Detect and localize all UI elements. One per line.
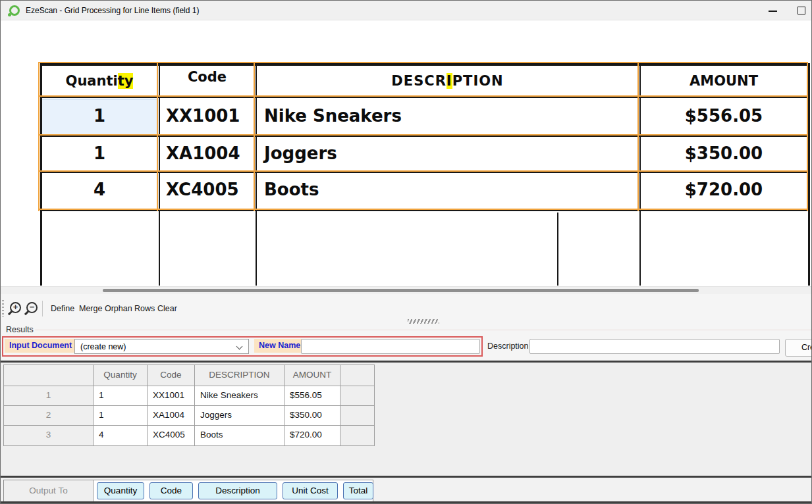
- scan-header-quantity: Quantity: [40, 73, 159, 89]
- zoom-out-icon[interactable]: −: [26, 302, 38, 313]
- pane-separator: [1, 476, 811, 478]
- grid-column-amount[interactable]: AMOUNT: [284, 365, 340, 386]
- output-button-code[interactable]: Code: [149, 482, 193, 499]
- minus-glyph: −: [28, 303, 36, 311]
- input-document-label: Input Document: [5, 339, 76, 353]
- grid-cell-amount[interactable]: $350.00: [284, 406, 340, 426]
- grid-column-code[interactable]: Code: [148, 365, 195, 386]
- toolbar-item-clear[interactable]: Clear: [157, 304, 177, 313]
- grid-column-description[interactable]: DESCRIPTION: [195, 365, 284, 386]
- titlebar: EzeScan - Grid Processing for Line Items…: [1, 1, 811, 20]
- plus-glyph: +: [11, 303, 20, 311]
- output-buttons: Quantity Code Description Unit Cost Tota…: [94, 482, 373, 499]
- results-group-label: Results: [6, 325, 34, 334]
- scan-header-description: DESCRIPTION: [256, 73, 639, 89]
- zone-overlay-line: [38, 134, 808, 136]
- scan-cell-qty: 1: [40, 106, 159, 126]
- grid-row-number[interactable]: 2: [4, 406, 94, 426]
- grid-cell-code[interactable]: XA1004: [148, 406, 195, 426]
- chevron-down-icon: [236, 343, 243, 350]
- scan-header-code: Code: [159, 69, 256, 85]
- grid-cell-desc[interactable]: Nike Sneakers: [195, 386, 284, 406]
- grid-cell-qty[interactable]: 1: [94, 386, 148, 406]
- zoom-in-icon[interactable]: +: [10, 302, 21, 313]
- pane-separator: [1, 361, 811, 363]
- scan-header-description-text: DESCR: [391, 73, 446, 89]
- scan-cell-code: XA1004: [166, 143, 240, 163]
- scan-cell-code: XC4005: [166, 180, 239, 199]
- scan-cell-desc: Joggers: [264, 143, 337, 163]
- scan-table-gridline: [40, 136, 810, 137]
- scan-table-gridline: [40, 210, 810, 211]
- scan-cell-amount: $720.00: [639, 180, 808, 199]
- scan-header-description-text2: PTION: [452, 73, 504, 89]
- app-window: EzeScan - Grid Processing for Line Items…: [0, 0, 812, 504]
- scan-header-description-highlight: I: [447, 73, 452, 89]
- output-to-label: Output To: [4, 480, 94, 501]
- output-button-total[interactable]: Total: [343, 482, 373, 499]
- scan-table-gridline: [40, 63, 810, 66]
- create-button[interactable]: Cre: [785, 339, 812, 357]
- scan-cell-code: XX1001: [166, 106, 240, 126]
- grid-cell-extra: [340, 426, 374, 445]
- results-grid[interactable]: Quantity Code DESCRIPTION AMOUNT 1 1 XX1…: [3, 365, 375, 446]
- results-groupbox-line: [35, 330, 812, 330]
- output-to-box: Output To Quantity Code Description Unit…: [3, 480, 373, 502]
- grid-row-number[interactable]: 1: [4, 386, 94, 406]
- grid-cell-amount[interactable]: $720.00: [284, 426, 340, 445]
- maximize-icon[interactable]: [798, 7, 805, 14]
- zone-overlay-line: [38, 209, 808, 210]
- output-button-unit-cost[interactable]: Unit Cost: [283, 482, 338, 499]
- zone-overlay-line: [38, 170, 808, 172]
- toolbar-item-merge-orphan-rows[interactable]: Merge Orphan Rows: [79, 304, 155, 313]
- new-name-input[interactable]: [301, 339, 480, 354]
- grid-column-extra: [340, 365, 374, 386]
- scan-header-quantity-highlight: ty: [118, 73, 134, 89]
- zone-overlay-line: [38, 62, 808, 63]
- output-button-description[interactable]: Description: [198, 482, 277, 499]
- zone-overlay-line: [38, 62, 40, 211]
- horizontal-scrollbar-thumb[interactable]: [103, 289, 699, 292]
- grid-cell-qty[interactable]: 1: [94, 406, 148, 426]
- scan-cell-amount: $556.05: [639, 106, 808, 126]
- scan-cell-qty: 4: [40, 180, 159, 199]
- window-bottom-border: [1, 501, 811, 503]
- scan-table-gridline: [557, 213, 558, 286]
- input-document-dropdown[interactable]: (create new): [74, 339, 249, 354]
- window-title: EzeScan - Grid Processing for Line Items…: [26, 6, 199, 15]
- scan-header-quantity-text: Quanti: [66, 73, 118, 89]
- input-document-value: (create new): [80, 342, 126, 351]
- scan-table-gridline: [40, 97, 810, 98]
- grid-row-number[interactable]: 3: [4, 426, 94, 445]
- scan-cell-desc: Boots: [264, 180, 319, 199]
- ezescan-logo-dot: [8, 13, 11, 16]
- grid-cell-code[interactable]: XC4005: [148, 426, 195, 445]
- grid-cell-desc[interactable]: Joggers: [195, 406, 284, 426]
- splitter-grip[interactable]: [408, 319, 439, 324]
- toolbar-separator: [42, 301, 43, 316]
- minimize-icon[interactable]: [769, 11, 777, 12]
- scan-header-amount: AMOUNT: [639, 73, 808, 89]
- grid-cell-extra: [340, 406, 374, 426]
- description-input[interactable]: [529, 339, 780, 354]
- grid-column-quantity[interactable]: Quantity: [94, 365, 148, 386]
- scan-table-gridline: [40, 172, 810, 173]
- new-name-label: New Name: [254, 339, 305, 353]
- grid-cell-code[interactable]: XX1001: [148, 386, 195, 406]
- toolbar-item-define[interactable]: Define: [51, 304, 74, 313]
- scan-cell-qty: 1: [40, 143, 159, 163]
- grid-cell-qty[interactable]: 4: [94, 426, 148, 445]
- scan-cell-desc: Nike Sneakers: [264, 106, 402, 126]
- output-button-quantity[interactable]: Quantity: [97, 482, 144, 499]
- grid-cell-desc[interactable]: Boots: [195, 426, 284, 445]
- grid-corner-cell: [4, 365, 94, 386]
- grid-cell-extra: [340, 386, 374, 406]
- description-label: Description: [487, 341, 529, 351]
- grid-cell-amount[interactable]: $556.05: [284, 386, 340, 406]
- zone-overlay-line: [38, 95, 808, 97]
- scan-cell-amount: $350.00: [639, 143, 808, 163]
- toolbar-grip-handle[interactable]: [2, 300, 4, 317]
